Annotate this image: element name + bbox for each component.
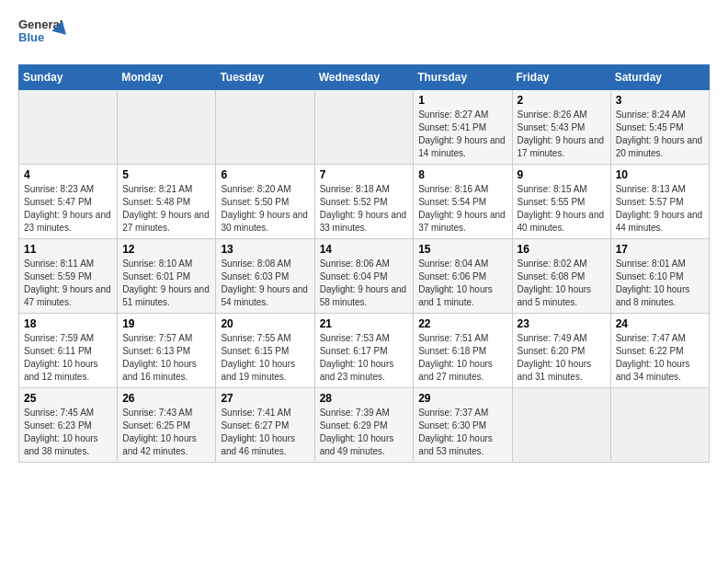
day-number: 27 <box>221 392 309 405</box>
day-info: Sunrise: 8:24 AMSunset: 5:45 PMDaylight:… <box>616 109 704 160</box>
week-row-5: 25Sunrise: 7:45 AMSunset: 6:23 PMDayligh… <box>19 388 710 463</box>
day-cell <box>512 388 610 463</box>
day-number: 14 <box>320 243 409 256</box>
day-cell <box>118 90 216 165</box>
day-cell: 9Sunrise: 8:15 AMSunset: 5:55 PMDaylight… <box>512 165 610 239</box>
page-header: General Blue <box>18 18 710 55</box>
day-info: Sunrise: 8:02 AMSunset: 6:08 PMDaylight:… <box>518 258 606 309</box>
day-cell: 23Sunrise: 7:49 AMSunset: 6:20 PMDayligh… <box>512 314 610 388</box>
calendar-header-row: SundayMondayTuesdayWednesdayThursdayFrid… <box>19 65 710 90</box>
day-cell: 20Sunrise: 7:55 AMSunset: 6:15 PMDayligh… <box>216 314 314 388</box>
day-cell: 14Sunrise: 8:06 AMSunset: 6:04 PMDayligh… <box>314 239 414 314</box>
day-cell: 18Sunrise: 7:59 AMSunset: 6:11 PMDayligh… <box>19 314 118 388</box>
day-cell: 21Sunrise: 7:53 AMSunset: 6:17 PMDayligh… <box>314 314 414 388</box>
header-monday: Monday <box>118 65 216 90</box>
day-info: Sunrise: 8:06 AMSunset: 6:04 PMDaylight:… <box>320 258 409 309</box>
day-info: Sunrise: 7:55 AMSunset: 6:15 PMDaylight:… <box>221 332 309 384</box>
day-cell: 8Sunrise: 8:16 AMSunset: 5:54 PMDaylight… <box>414 165 512 239</box>
day-info: Sunrise: 8:13 AMSunset: 5:57 PMDaylight:… <box>616 183 704 235</box>
day-cell: 10Sunrise: 8:13 AMSunset: 5:57 PMDayligh… <box>610 165 709 239</box>
day-info: Sunrise: 8:27 AMSunset: 5:41 PMDaylight:… <box>418 109 506 160</box>
day-info: Sunrise: 7:53 AMSunset: 6:17 PMDaylight:… <box>320 332 409 384</box>
day-number: 23 <box>518 317 606 330</box>
day-info: Sunrise: 8:18 AMSunset: 5:52 PMDaylight:… <box>320 183 409 235</box>
day-cell: 24Sunrise: 7:47 AMSunset: 6:22 PMDayligh… <box>610 314 709 388</box>
day-info: Sunrise: 8:15 AMSunset: 5:55 PMDaylight:… <box>518 183 606 235</box>
day-number: 22 <box>418 317 506 330</box>
week-row-2: 4Sunrise: 8:23 AMSunset: 5:47 PMDaylight… <box>19 165 710 239</box>
day-cell: 26Sunrise: 7:43 AMSunset: 6:25 PMDayligh… <box>118 388 216 463</box>
day-info: Sunrise: 8:20 AMSunset: 5:50 PMDaylight:… <box>221 183 309 235</box>
day-info: Sunrise: 8:08 AMSunset: 6:03 PMDaylight:… <box>221 258 309 309</box>
day-number: 21 <box>320 317 409 330</box>
day-number: 1 <box>418 94 506 107</box>
week-row-4: 18Sunrise: 7:59 AMSunset: 6:11 PMDayligh… <box>19 314 710 388</box>
header-saturday: Saturday <box>610 65 709 90</box>
day-info: Sunrise: 7:43 AMSunset: 6:25 PMDaylight:… <box>122 407 210 458</box>
calendar-table: SundayMondayTuesdayWednesdayThursdayFrid… <box>18 64 710 463</box>
header-friday: Friday <box>512 65 610 90</box>
day-number: 4 <box>24 168 112 181</box>
week-row-1: 1Sunrise: 8:27 AMSunset: 5:41 PMDaylight… <box>19 90 710 165</box>
day-cell: 3Sunrise: 8:24 AMSunset: 5:45 PMDaylight… <box>610 90 709 165</box>
day-cell <box>610 388 709 463</box>
day-number: 16 <box>518 243 606 256</box>
day-cell: 5Sunrise: 8:21 AMSunset: 5:48 PMDaylight… <box>118 165 216 239</box>
day-cell: 1Sunrise: 8:27 AMSunset: 5:41 PMDaylight… <box>414 90 512 165</box>
day-number: 3 <box>616 94 704 107</box>
day-cell: 27Sunrise: 7:41 AMSunset: 6:27 PMDayligh… <box>216 388 314 463</box>
day-number: 5 <box>122 168 210 181</box>
day-cell: 2Sunrise: 8:26 AMSunset: 5:43 PMDaylight… <box>512 90 610 165</box>
day-number: 2 <box>518 94 606 107</box>
header-thursday: Thursday <box>414 65 512 90</box>
day-info: Sunrise: 8:21 AMSunset: 5:48 PMDaylight:… <box>122 183 210 235</box>
day-number: 20 <box>221 317 309 330</box>
day-cell: 19Sunrise: 7:57 AMSunset: 6:13 PMDayligh… <box>118 314 216 388</box>
day-info: Sunrise: 8:11 AMSunset: 5:59 PMDaylight:… <box>24 258 112 309</box>
day-cell: 28Sunrise: 7:39 AMSunset: 6:29 PMDayligh… <box>314 388 414 463</box>
day-cell: 6Sunrise: 8:20 AMSunset: 5:50 PMDaylight… <box>216 165 314 239</box>
day-number: 15 <box>418 243 506 256</box>
day-info: Sunrise: 7:45 AMSunset: 6:23 PMDaylight:… <box>24 407 112 458</box>
day-info: Sunrise: 8:10 AMSunset: 6:01 PMDaylight:… <box>122 258 210 309</box>
day-cell: 16Sunrise: 8:02 AMSunset: 6:08 PMDayligh… <box>512 239 610 314</box>
day-number: 18 <box>24 317 112 330</box>
day-number: 29 <box>418 392 506 405</box>
day-number: 13 <box>221 243 309 256</box>
day-number: 19 <box>122 317 210 330</box>
day-number: 17 <box>616 243 704 256</box>
day-info: Sunrise: 7:37 AMSunset: 6:30 PMDaylight:… <box>418 407 506 458</box>
day-info: Sunrise: 7:51 AMSunset: 6:18 PMDaylight:… <box>418 332 506 384</box>
day-info: Sunrise: 7:41 AMSunset: 6:27 PMDaylight:… <box>221 407 309 458</box>
day-cell <box>19 90 118 165</box>
header-sunday: Sunday <box>19 65 118 90</box>
day-number: 8 <box>418 168 506 181</box>
day-info: Sunrise: 7:49 AMSunset: 6:20 PMDaylight:… <box>518 332 606 384</box>
day-cell: 15Sunrise: 8:04 AMSunset: 6:06 PMDayligh… <box>414 239 512 314</box>
day-number: 10 <box>616 168 704 181</box>
day-number: 28 <box>320 392 409 405</box>
logo: General Blue <box>18 18 64 55</box>
day-cell: 17Sunrise: 8:01 AMSunset: 6:10 PMDayligh… <box>610 239 709 314</box>
day-cell: 29Sunrise: 7:37 AMSunset: 6:30 PMDayligh… <box>414 388 512 463</box>
day-cell <box>216 90 314 165</box>
day-cell: 4Sunrise: 8:23 AMSunset: 5:47 PMDaylight… <box>19 165 118 239</box>
day-info: Sunrise: 8:23 AMSunset: 5:47 PMDaylight:… <box>24 183 112 235</box>
day-number: 12 <box>122 243 210 256</box>
week-row-3: 11Sunrise: 8:11 AMSunset: 5:59 PMDayligh… <box>19 239 710 314</box>
header-tuesday: Tuesday <box>216 65 314 90</box>
day-number: 11 <box>24 243 112 256</box>
day-cell: 7Sunrise: 8:18 AMSunset: 5:52 PMDaylight… <box>314 165 414 239</box>
day-number: 25 <box>24 392 112 405</box>
day-number: 6 <box>221 168 309 181</box>
day-number: 26 <box>122 392 210 405</box>
day-cell: 12Sunrise: 8:10 AMSunset: 6:01 PMDayligh… <box>118 239 216 314</box>
day-info: Sunrise: 7:59 AMSunset: 6:11 PMDaylight:… <box>24 332 112 384</box>
day-number: 9 <box>518 168 606 181</box>
header-wednesday: Wednesday <box>314 65 414 90</box>
day-info: Sunrise: 8:26 AMSunset: 5:43 PMDaylight:… <box>518 109 606 160</box>
day-info: Sunrise: 8:04 AMSunset: 6:06 PMDaylight:… <box>418 258 506 309</box>
day-cell: 22Sunrise: 7:51 AMSunset: 6:18 PMDayligh… <box>414 314 512 388</box>
day-number: 7 <box>320 168 409 181</box>
day-cell: 13Sunrise: 8:08 AMSunset: 6:03 PMDayligh… <box>216 239 314 314</box>
